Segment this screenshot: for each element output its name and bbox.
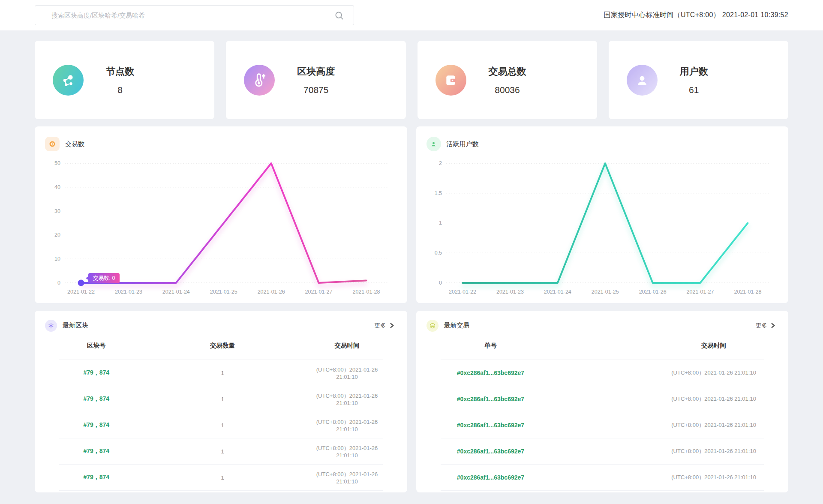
standard-time-label: 国家授时中心标准时间（UTC+8:00） 2021-02-01 10:39:52	[604, 11, 788, 20]
transactions-chart-card: 交易数 010203040502021-01-222021-01-232021-…	[35, 126, 407, 303]
stat-cards-row: 节点数 8 区块高度 70875 交易总数 80036	[35, 41, 788, 119]
latest-blocks-table: 区块号 交易数量 交易时间 #79，874 1 (UTC+8:00）2021-0…	[35, 331, 407, 491]
table-row: #79，874 1 (UTC+8:00）2021-01-26 21:01:10	[59, 412, 383, 438]
table-row: #0xc286af1...63bc692e7 (UTC+8:00）2021-01…	[441, 360, 764, 386]
stat-card-nodes: 节点数 8	[35, 41, 214, 119]
col-tx-count: 交易数量	[134, 342, 312, 350]
tx-hash-link[interactable]: #0xc286af1...63bc692e7	[441, 422, 541, 429]
svg-text:20: 20	[54, 232, 60, 238]
table-row: #79，874 1 (UTC+8:00）2021-01-26 21:01:10	[59, 438, 383, 465]
svg-text:2021-01-26: 2021-01-26	[639, 289, 666, 295]
table-header-row: 区块号 交易数量 交易时间	[59, 331, 383, 360]
table-header-row: 单号 交易时间	[441, 331, 764, 360]
block-number-link[interactable]: #79，874	[59, 369, 134, 377]
svg-text:0: 0	[439, 280, 442, 286]
stat-card-users: 用户数 61	[609, 41, 788, 119]
table-row: #0xc286af1...63bc692e7 (UTC+8:00）2021-01…	[441, 438, 764, 465]
svg-text:2021-01-23: 2021-01-23	[115, 289, 142, 295]
table-row: #0xc286af1...63bc692e7 (UTC+8:00）2021-01…	[441, 465, 764, 491]
stat-label: 交易总数	[489, 65, 526, 78]
block-number-link[interactable]: #79，874	[59, 395, 134, 403]
topbar: 国家授时中心标准时间（UTC+8:00） 2021-02-01 10:39:52	[0, 0, 823, 30]
user-icon	[627, 65, 658, 96]
svg-text:0.5: 0.5	[434, 250, 442, 256]
chevron-right-icon	[771, 323, 775, 328]
table-row: #79，874 1 (UTC+8:00）2021-01-26 21:01:10	[59, 360, 383, 386]
svg-text:2021-01-26: 2021-01-26	[258, 289, 285, 295]
stat-label: 用户数	[680, 65, 708, 78]
more-blocks-link[interactable]: 更多	[375, 322, 394, 330]
svg-text:2021-01-28: 2021-01-28	[734, 289, 761, 295]
tx-time-value: (UTC+8:00）2021-01-26 21:01:10	[312, 444, 383, 459]
table-title: 最新区块	[63, 321, 88, 330]
tx-time-value: (UTC+8:00）2021-01-26 21:01:10	[664, 395, 764, 403]
thermometer-up-icon	[244, 65, 275, 96]
tx-time-value: (UTC+8:00）2021-01-26 21:01:10	[664, 421, 764, 429]
svg-text:2021-01-27: 2021-01-27	[686, 289, 714, 295]
svg-text:0: 0	[57, 280, 60, 286]
active-users-line-chart[interactable]: 00.511.522021-01-222021-01-232021-01-242…	[416, 126, 789, 303]
chevron-right-icon	[390, 323, 394, 328]
stat-label: 区块高度	[297, 65, 335, 78]
svg-text:2: 2	[439, 160, 442, 166]
svg-text:2021-01-25: 2021-01-25	[210, 289, 237, 295]
tx-count-value: 1	[134, 474, 312, 481]
svg-text:30: 30	[54, 208, 60, 214]
table-row: #79，874 1 (UTC+8:00）2021-01-26 21:01:10	[59, 465, 383, 491]
stat-value: 8	[117, 85, 123, 95]
svg-text:2021-01-25: 2021-01-25	[591, 289, 619, 295]
stat-card-block-height: 区块高度 70875	[226, 41, 405, 119]
svg-text:2021-01-24: 2021-01-24	[544, 289, 571, 295]
wallet-icon	[436, 65, 466, 96]
svg-text:2021-01-22: 2021-01-22	[449, 289, 476, 295]
svg-text:2021-01-27: 2021-01-27	[305, 289, 333, 295]
latest-transactions-table: 单号 交易时间 #0xc286af1...63bc692e7 (UTC+8:00…	[416, 331, 789, 491]
tx-hash-link[interactable]: #0xc286af1...63bc692e7	[441, 369, 541, 376]
tx-time-value: (UTC+8:00）2021-01-26 21:01:10	[312, 471, 383, 485]
snowflake-icon	[45, 320, 57, 332]
col-tx-time: 交易时间	[664, 342, 764, 350]
active-users-chart-card: 活跃用户数 00.511.522021-01-222021-01-232021-…	[416, 126, 789, 303]
svg-text:1.5: 1.5	[434, 190, 442, 196]
more-transactions-link[interactable]: 更多	[756, 322, 775, 330]
svg-text:2021-01-24: 2021-01-24	[162, 289, 190, 295]
stat-value: 80036	[495, 85, 520, 95]
stat-card-total-transactions: 交易总数 80036	[418, 41, 597, 119]
block-number-link[interactable]: #79，874	[59, 474, 134, 481]
network-nodes-icon	[53, 65, 84, 96]
tables-row: 最新区块 更多 区块号 交易数量 交易时间 #79，874 1 (UTC	[35, 311, 788, 492]
tx-count-value: 1	[134, 422, 312, 429]
tx-hash-link[interactable]: #0xc286af1...63bc692e7	[441, 448, 541, 455]
tx-time-value: (UTC+8:00）2021-01-26 21:01:10	[664, 447, 764, 455]
table-row: #0xc286af1...63bc692e7 (UTC+8:00）2021-01…	[441, 412, 764, 438]
search-input[interactable]	[35, 6, 354, 25]
col-tx-id: 单号	[441, 342, 541, 350]
tx-time-value: (UTC+8:00）2021-01-26 21:01:10	[664, 474, 764, 481]
tx-count-value: 1	[134, 396, 312, 402]
chart-tooltip: 交易数: 0	[88, 273, 120, 283]
more-label[interactable]: 更多	[375, 322, 386, 330]
block-number-link[interactable]: #79，874	[59, 447, 134, 455]
svg-text:2021-01-22: 2021-01-22	[67, 289, 95, 295]
tx-count-value: 1	[134, 448, 312, 455]
block-number-link[interactable]: #79，874	[59, 421, 134, 429]
dashboard-content: 节点数 8 区块高度 70875 交易总数 80036	[0, 41, 823, 492]
svg-text:50: 50	[54, 160, 60, 166]
col-tx-time: 交易时间	[312, 342, 383, 350]
svg-text:2021-01-23: 2021-01-23	[496, 289, 523, 295]
transaction-list-icon	[427, 320, 439, 332]
tx-count-value: 1	[134, 370, 312, 376]
stat-label: 节点数	[106, 65, 134, 78]
svg-text:10: 10	[54, 256, 60, 262]
search-icon[interactable]	[334, 11, 344, 21]
search-box[interactable]	[35, 5, 354, 25]
svg-text:2021-01-28: 2021-01-28	[352, 289, 380, 295]
more-label[interactable]: 更多	[756, 322, 767, 330]
tx-hash-link[interactable]: #0xc286af1...63bc692e7	[441, 396, 541, 402]
tx-time-value: (UTC+8:00）2021-01-26 21:01:10	[312, 418, 383, 432]
col-block-number: 区块号	[59, 342, 134, 350]
stat-value: 61	[689, 85, 699, 95]
table-row: #79，874 1 (UTC+8:00）2021-01-26 21:01:10	[59, 386, 383, 412]
tx-hash-link[interactable]: #0xc286af1...63bc692e7	[441, 474, 541, 481]
tx-time-value: (UTC+8:00）2021-01-26 21:01:10	[664, 369, 764, 377]
